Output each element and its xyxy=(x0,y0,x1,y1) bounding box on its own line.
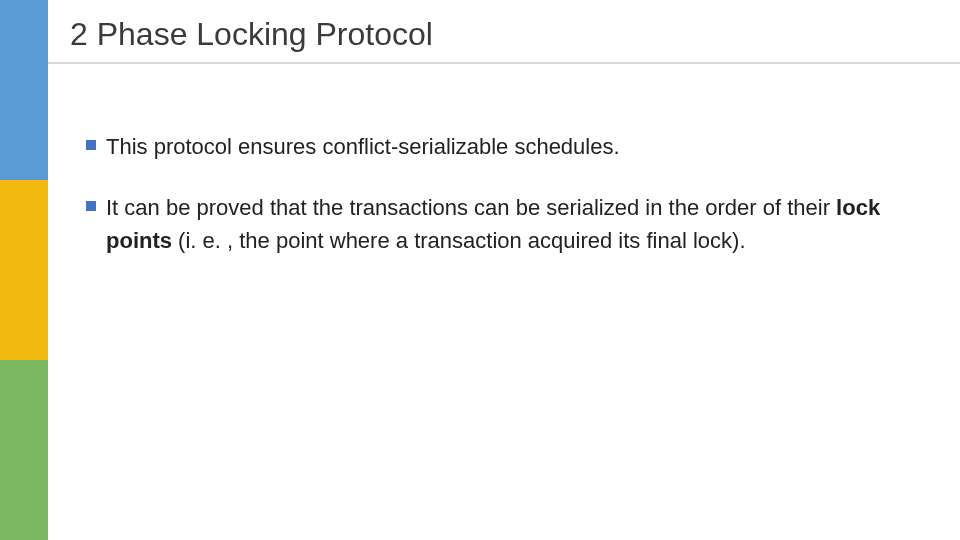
bullet-text-part: It can be proved that the transactions c… xyxy=(106,195,836,220)
page-title: 2 Phase Locking Protocol xyxy=(70,16,433,53)
sidebar-accent xyxy=(0,0,48,540)
sidebar-segment-green xyxy=(0,360,48,540)
content-area: This protocol ensures conflict-serializa… xyxy=(86,130,930,285)
bullet-text-part: (i. e. , the point where a transaction a… xyxy=(172,228,746,253)
slide: 2 Phase Locking Protocol This protocol e… xyxy=(0,0,960,540)
bullet-text: This protocol ensures conflict-serializa… xyxy=(106,134,620,159)
sidebar-segment-yellow xyxy=(0,180,48,360)
sidebar-segment-blue xyxy=(0,0,48,180)
bullet-item: It can be proved that the transactions c… xyxy=(86,191,930,257)
bullet-item: This protocol ensures conflict-serializa… xyxy=(86,130,930,163)
title-underline xyxy=(48,62,960,64)
